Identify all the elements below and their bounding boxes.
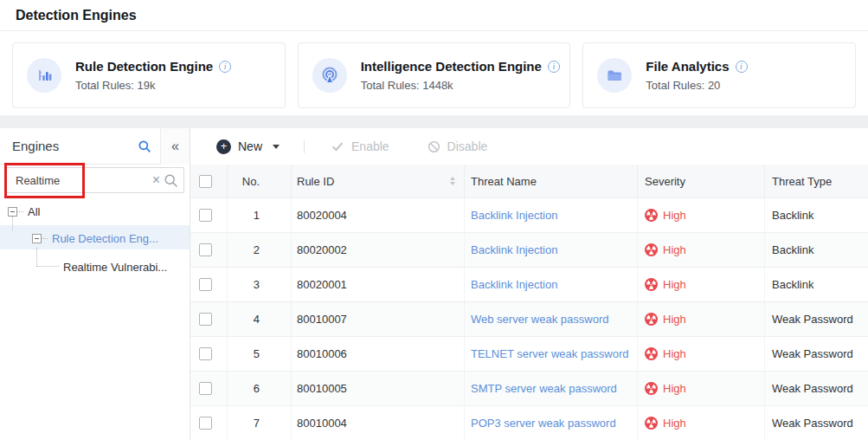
- disable-button[interactable]: Disable: [428, 139, 488, 153]
- cell-threat-type: Weak Password: [764, 302, 868, 336]
- cell-threat-type: Backlink: [764, 268, 868, 301]
- threat-name-link[interactable]: Backlink Injection: [471, 278, 557, 291]
- threat-name-link[interactable]: Backlink Injection: [471, 209, 557, 222]
- plus-icon: +: [216, 139, 231, 154]
- toolbar: + New Enable Disable: [190, 128, 868, 165]
- sidebar-search-box: ×: [6, 167, 184, 193]
- column-header-no: No.: [227, 165, 291, 197]
- bar-chart-icon: [27, 58, 61, 93]
- card-title: Rule Detection Engine: [75, 59, 213, 74]
- sidebar-title: Engines: [0, 139, 129, 153]
- cell-threat-type: Backlink: [764, 233, 868, 267]
- tree-item-realtime-vulnerability[interactable]: Realtime Vulnerabi...: [63, 260, 167, 274]
- rules-panel: + New Enable Disable No.: [190, 128, 868, 440]
- tree-item-label[interactable]: Rule Detection Eng...: [52, 232, 158, 245]
- column-header-rule-id[interactable]: Rule ID: [291, 165, 464, 197]
- column-header-severity: Severity: [637, 165, 764, 197]
- row-checkbox[interactable]: [199, 417, 212, 430]
- sidebar-header: Engines «: [0, 128, 190, 165]
- card-title: File Analytics: [646, 59, 729, 74]
- table-row: 780010004POP3 server weak passwordHighWe…: [190, 405, 868, 440]
- row-checkbox[interactable]: [199, 382, 212, 395]
- clear-search-icon[interactable]: ×: [149, 173, 164, 187]
- engine-tree: All Rule Detection Eng... Realtime Vulne…: [0, 199, 190, 440]
- tree-connector: [12, 217, 13, 230]
- card-total-rules: Total Rules: 1448k: [361, 79, 560, 92]
- row-checkbox[interactable]: [199, 243, 212, 256]
- page-header: Detection Engines: [0, 0, 868, 31]
- threat-name-link[interactable]: POP3 server weak password: [471, 417, 616, 430]
- row-checkbox[interactable]: [199, 313, 212, 326]
- workspace: Engines « ×: [0, 128, 868, 440]
- severity-high-icon: [645, 347, 658, 360]
- row-checkbox[interactable]: [199, 278, 212, 291]
- tree-item-label[interactable]: All: [28, 205, 40, 218]
- severity-high-icon: [645, 243, 658, 256]
- sidebar-search-input[interactable]: [7, 173, 149, 188]
- table-row: 380020001Backlink InjectionHighBacklink: [190, 267, 868, 301]
- card-total-rules: Total Rules: 20: [646, 79, 747, 92]
- row-checkbox[interactable]: [199, 209, 212, 222]
- collapse-node-icon[interactable]: [8, 207, 17, 217]
- cell-threat-type: Weak Password: [764, 337, 868, 371]
- cell-severity: High: [637, 198, 764, 232]
- cell-rule-id: 80010005: [291, 372, 464, 405]
- cell-threat-type: Weak Password: [764, 406, 868, 440]
- threat-name-link[interactable]: Backlink Injection: [471, 243, 557, 256]
- table-row: 280020002Backlink InjectionHighBacklink: [190, 232, 868, 267]
- card-intelligence-detection-engine: Intelligence Detection Engine i Total Ru…: [298, 42, 571, 108]
- new-button[interactable]: + New: [216, 139, 280, 154]
- threat-name-link[interactable]: Web server weak password: [471, 313, 608, 326]
- collapse-sidebar-button[interactable]: «: [160, 128, 190, 165]
- top-section: Detection Engines Rule Detection Engine …: [0, 0, 868, 115]
- card-rule-detection-engine: Rule Detection Engine i Total Rules: 19k: [12, 42, 286, 108]
- table-row: 580010006TELNET server weak passwordHigh…: [190, 336, 868, 371]
- collapse-node-icon[interactable]: [32, 234, 42, 243]
- card-total-rules: Total Rules: 19k: [75, 79, 231, 92]
- cell-severity: High: [637, 268, 764, 301]
- column-header-threat-type: Threat Type: [764, 165, 868, 197]
- info-icon[interactable]: i: [219, 61, 231, 73]
- severity-high-icon: [645, 278, 658, 291]
- cell-severity: High: [637, 372, 764, 405]
- sort-icon[interactable]: [450, 177, 455, 185]
- table-row: 180020004Backlink InjectionHighBacklink: [190, 197, 868, 232]
- severity-high-icon: [645, 209, 658, 222]
- cell-no: 7: [227, 406, 291, 440]
- tree-item-label[interactable]: Realtime Vulnerabi...: [63, 261, 167, 274]
- cell-rule-id: 80010006: [291, 337, 464, 371]
- info-icon[interactable]: i: [548, 61, 560, 73]
- ban-icon: [428, 140, 440, 153]
- input-search-icon[interactable]: [164, 173, 178, 188]
- check-icon: [331, 139, 344, 153]
- threat-name-link[interactable]: SMTP server weak password: [471, 382, 617, 395]
- toolbar-divider: [304, 140, 305, 153]
- cell-no: 4: [227, 302, 291, 336]
- row-checkbox[interactable]: [199, 347, 212, 360]
- table-row: 680010005SMTP server weak passwordHighWe…: [190, 371, 868, 405]
- cell-rule-id: 80010007: [291, 302, 464, 336]
- cell-rule-id: 80020001: [291, 268, 464, 301]
- cell-severity: High: [637, 233, 764, 267]
- cell-rule-id: 80010004: [291, 406, 464, 440]
- cell-no: 3: [227, 268, 291, 301]
- search-icon[interactable]: [129, 128, 160, 165]
- cell-threat-type: Weak Password: [764, 372, 868, 405]
- cell-no: 1: [227, 198, 291, 232]
- folder-icon: [597, 58, 632, 93]
- select-all-checkbox[interactable]: [199, 175, 212, 188]
- summary-cards: Rule Detection Engine i Total Rules: 19k…: [0, 31, 868, 115]
- cell-severity: High: [637, 337, 764, 371]
- cell-severity: High: [637, 302, 764, 336]
- cell-no: 6: [227, 372, 291, 405]
- enable-button[interactable]: Enable: [331, 139, 389, 153]
- threat-name-link[interactable]: TELNET server weak password: [471, 347, 629, 360]
- tree-item-rule-detection-engine[interactable]: Rule Detection Eng...: [32, 231, 158, 245]
- chevron-down-icon: [273, 145, 280, 149]
- cell-rule-id: 80020004: [291, 198, 464, 232]
- severity-high-icon: [645, 417, 658, 430]
- info-icon[interactable]: i: [736, 61, 748, 73]
- severity-high-icon: [645, 382, 658, 395]
- table-body: 180020004Backlink InjectionHighBacklink2…: [190, 197, 868, 440]
- table-row: 480010007Web server weak passwordHighWea…: [190, 301, 868, 336]
